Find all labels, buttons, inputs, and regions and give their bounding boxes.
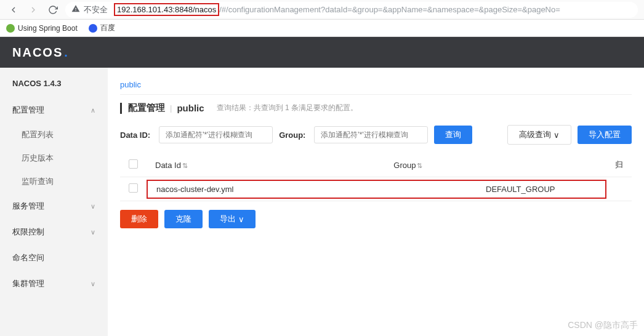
- sidebar-item-cluster[interactable]: 集群管理 ∨: [0, 271, 108, 297]
- bookmark-baidu[interactable]: 百度: [89, 23, 115, 33]
- chevron-down-icon: ∨: [91, 280, 95, 288]
- query-result-info: 查询结果：共查询到 1 条满足要求的配置。: [217, 103, 358, 113]
- col-owner: 归: [606, 153, 632, 177]
- menu-label: 配置管理: [12, 105, 44, 116]
- cell-group: DEFAULT_GROUP: [486, 185, 597, 194]
- menu-label: 命名空间: [12, 252, 44, 263]
- select-all-checkbox[interactable]: [129, 159, 138, 169]
- col-group[interactable]: Group⇅: [385, 153, 606, 177]
- config-table: Data Id⇅ Group⇅ 归 nacos-cluster-dev.yml …: [120, 153, 632, 201]
- delete-button[interactable]: 删除: [120, 210, 158, 228]
- sidebar-item-config[interactable]: 配置管理 ∧: [0, 97, 108, 123]
- sort-icon: ⇅: [182, 162, 188, 169]
- brand-logo: NACOS.: [12, 46, 69, 60]
- clone-button[interactable]: 克隆: [164, 210, 203, 228]
- app-header: NACOS.: [0, 37, 644, 68]
- url-host: 192.168.101.43:8848/nacos: [114, 3, 219, 16]
- group-input[interactable]: [314, 126, 428, 143]
- search-row: Data ID: Group: 查询 高级查询 ∨ 导入配置: [120, 120, 632, 153]
- spring-icon: [6, 24, 15, 33]
- sidebar-item-namespace[interactable]: 命名空间: [0, 245, 108, 271]
- advanced-query-label: 高级查询: [519, 129, 551, 140]
- data-id-input[interactable]: [159, 126, 273, 143]
- table-row[interactable]: nacos-cluster-dev.yml DEFAULT_GROUP: [120, 177, 632, 201]
- title-row: 配置管理 | public 查询结果：共查询到 1 条满足要求的配置。: [120, 95, 632, 120]
- bookmark-label: 百度: [100, 23, 115, 33]
- back-button[interactable]: [6, 2, 21, 17]
- menu-label: 权限控制: [12, 226, 44, 238]
- sidebar-item-auth[interactable]: 权限控制 ∨: [0, 219, 108, 245]
- bookmark-spring[interactable]: Using Spring Boot: [6, 24, 78, 33]
- sidebar: NACOS 1.4.3 配置管理 ∧ 配置列表 历史版本 监听查询 服务管理 ∨…: [0, 68, 108, 336]
- group-label: Group:: [279, 130, 305, 140]
- chevron-down-icon: ∨: [91, 228, 95, 236]
- page-title: 配置管理: [128, 102, 165, 114]
- data-id-label: Data ID:: [120, 130, 150, 140]
- content: public 配置管理 | public 查询结果：共查询到 1 条满足要求的配…: [108, 68, 644, 336]
- sidebar-item-listen[interactable]: 监听查询: [0, 170, 108, 193]
- brand-text: NACOS: [12, 46, 63, 60]
- col-data-id[interactable]: Data Id⇅: [147, 153, 385, 177]
- chevron-down-icon: ∨: [553, 130, 560, 140]
- bookmark-bar: Using Spring Boot 百度: [0, 20, 644, 37]
- export-button[interactable]: 导出 ∨: [209, 210, 256, 228]
- url-bar[interactable]: 不安全 192.168.101.43:8848/nacos /#/configu…: [65, 2, 638, 18]
- export-label: 导出: [220, 214, 236, 225]
- forward-button[interactable]: [26, 2, 41, 17]
- sidebar-item-service[interactable]: 服务管理 ∨: [0, 193, 108, 219]
- insecure-icon: [71, 4, 80, 15]
- sort-icon: ⇅: [417, 162, 422, 169]
- url-path: /#/configurationManagement?dataId=&group…: [219, 5, 560, 14]
- advanced-query-button[interactable]: 高级查询 ∨: [507, 125, 571, 145]
- chevron-up-icon: ∧: [91, 106, 95, 114]
- browser-toolbar: 不安全 192.168.101.43:8848/nacos /#/configu…: [0, 0, 644, 20]
- cell-data-id: nacos-cluster-dev.yml: [156, 185, 486, 194]
- title-bar-icon: [120, 103, 122, 114]
- row-checkbox[interactable]: [129, 183, 138, 193]
- title-sep: |: [170, 103, 172, 113]
- menu-label: 服务管理: [12, 201, 44, 212]
- sidebar-item-config-list[interactable]: 配置列表: [0, 123, 108, 146]
- query-button[interactable]: 查询: [434, 126, 472, 144]
- namespace-bar: public: [120, 75, 632, 95]
- refresh-button[interactable]: [46, 2, 60, 17]
- watermark: CSDN @隐市高手: [568, 320, 638, 331]
- namespace-public-link[interactable]: public: [120, 80, 141, 89]
- actions-row: 删除 克隆 导出 ∨: [120, 201, 632, 237]
- bookmark-label: Using Spring Boot: [18, 24, 78, 33]
- sidebar-title: NACOS 1.4.3: [0, 68, 108, 97]
- baidu-icon: [89, 24, 97, 33]
- chevron-down-icon: ∨: [91, 202, 95, 210]
- security-label: 不安全: [84, 4, 108, 15]
- menu-label: 集群管理: [12, 278, 44, 289]
- page-ns: public: [177, 103, 204, 113]
- chevron-down-icon: ∨: [238, 215, 244, 224]
- sidebar-item-history[interactable]: 历史版本: [0, 146, 108, 170]
- import-config-button[interactable]: 导入配置: [578, 126, 632, 144]
